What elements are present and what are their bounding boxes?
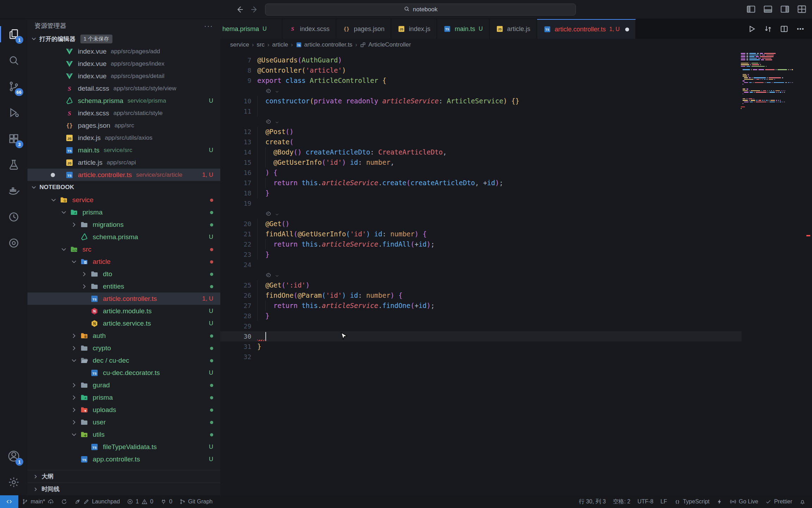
status-prettier[interactable]: Prettier bbox=[762, 495, 796, 508]
tree-item-user[interactable]: user bbox=[27, 416, 220, 428]
code-line-19[interactable]: 19 bbox=[220, 198, 742, 208]
open-editor-index.scss[interactable]: Sindex.scssapp/src/static/style bbox=[27, 107, 220, 119]
workspace-header[interactable]: NOTEBOOK bbox=[27, 181, 220, 194]
open-editors-header[interactable]: 打开的编辑器 1 个未保存 bbox=[27, 32, 220, 45]
code-editor[interactable]: 7@UseGuards(AuthGuard)8@Controller('arti… bbox=[220, 51, 742, 495]
tree-item-cu-dec.decorator.ts[interactable]: TScu-dec.decorator.tsU bbox=[27, 367, 220, 379]
tab-index.scss[interactable]: Sindex.scss bbox=[282, 19, 336, 39]
open-editor-index.vue[interactable]: index.vueapp/src/pages/add bbox=[27, 45, 220, 58]
tree-item-src[interactable]: </>src bbox=[27, 243, 220, 255]
code-lens-decoration[interactable] bbox=[220, 270, 742, 280]
tree-item-dec-cu-dec[interactable]: dec / cu-dec bbox=[27, 354, 220, 367]
code-line-32[interactable]: 32 bbox=[220, 352, 742, 362]
code-line-21[interactable]: 21findAll(@GetUserInfo('id') id: number)… bbox=[220, 229, 742, 239]
tree-item-article.service.ts[interactable]: Narticle.service.tsU bbox=[27, 317, 220, 329]
status-git-branch[interactable]: main* bbox=[18, 495, 57, 508]
status-language[interactable]: {}TypeScript bbox=[671, 495, 713, 508]
code-line-13[interactable]: 13create( bbox=[220, 137, 742, 147]
tree-item-uploads[interactable]: uploads bbox=[27, 404, 220, 416]
tab-article.controller.ts[interactable]: TSarticle.controller.ts1, U bbox=[537, 19, 636, 39]
activity-extensions[interactable]: 3 bbox=[0, 126, 27, 152]
breadcrumb-item[interactable]: article bbox=[272, 41, 288, 48]
tree-item-gurad[interactable]: gurad bbox=[27, 379, 220, 391]
code-line-8[interactable]: 8@Controller('article') bbox=[220, 65, 742, 75]
status-ports[interactable]: 0 bbox=[157, 495, 176, 508]
code-line-17[interactable]: 17return this.articleService.create(crea… bbox=[220, 178, 742, 188]
code-line-23[interactable]: 23} bbox=[220, 249, 742, 260]
code-line-16[interactable]: 16) { bbox=[220, 168, 742, 178]
tab-index.js[interactable]: JSindex.js bbox=[391, 19, 437, 39]
open-editor-article.controller.ts[interactable]: TSarticle.controller.tsservice/src/artic… bbox=[27, 169, 220, 181]
toggle-layout-button[interactable] bbox=[796, 4, 807, 14]
toggle-panel-left-button[interactable] bbox=[746, 4, 756, 14]
nav-forward-icon[interactable] bbox=[249, 4, 260, 15]
open-editor-main.ts[interactable]: TSmain.tsservice/srcU bbox=[27, 144, 220, 156]
more-button[interactable] bbox=[796, 24, 805, 34]
breadcrumb[interactable]: service›src›article›TSarticle.controller… bbox=[220, 39, 812, 51]
tree-item-service[interactable]: service bbox=[27, 194, 220, 206]
activity-history[interactable] bbox=[0, 204, 27, 230]
code-line-24[interactable]: 24 bbox=[220, 260, 742, 270]
tab-main.ts[interactable]: TSmain.tsU bbox=[437, 19, 490, 39]
tab-article.js[interactable]: JSarticle.js bbox=[490, 19, 537, 39]
code-line-26[interactable]: 26findOne(@Param('id') id: number) { bbox=[220, 290, 742, 301]
tree-item-entities[interactable]: entities bbox=[27, 280, 220, 292]
status-eol[interactable]: LF bbox=[657, 495, 671, 508]
activity-files[interactable]: 1 bbox=[0, 21, 27, 47]
status-zap[interactable] bbox=[713, 495, 726, 508]
tree-item-app.controller.ts[interactable]: TSapp.controller.tsU bbox=[27, 453, 220, 465]
activity-flask[interactable] bbox=[0, 152, 27, 178]
activity-account[interactable]: 1 bbox=[0, 443, 27, 469]
tree-item-auth[interactable]: auth bbox=[27, 329, 220, 342]
code-line-10[interactable]: 10constructor(private readonly articleSe… bbox=[220, 96, 742, 106]
tree-item-article[interactable]: article bbox=[27, 255, 220, 268]
tree-item-article.controller.ts[interactable]: TSarticle.controller.ts1, U bbox=[27, 292, 220, 305]
timeline-section[interactable]: 时间线 bbox=[27, 483, 220, 495]
code-line-25[interactable]: 25@Get(':id') bbox=[220, 280, 742, 290]
breadcrumb-item[interactable]: service bbox=[230, 41, 249, 48]
code-line-31[interactable]: 31} bbox=[220, 341, 742, 352]
status-encoding[interactable]: UTF-8 bbox=[634, 495, 657, 508]
code-lens-decoration[interactable] bbox=[220, 208, 742, 219]
code-line-28[interactable]: 28} bbox=[220, 311, 742, 321]
activity-run-debug[interactable] bbox=[0, 99, 27, 126]
status-notifications[interactable] bbox=[796, 495, 809, 508]
code-lens-decoration[interactable] bbox=[220, 86, 742, 96]
code-line-15[interactable]: 15@GetUserInfo('id') id: number, bbox=[220, 157, 742, 168]
command-center-search[interactable]: notebook bbox=[265, 4, 576, 16]
open-editor-detail.scss[interactable]: Sdetail.scssapp/src/static/style/view bbox=[27, 82, 220, 95]
tree-item-schema.prisma[interactable]: schema.prismaU bbox=[27, 231, 220, 243]
code-line-27[interactable]: 27return this.articleService.findOne(+id… bbox=[220, 301, 742, 311]
open-editor-index.js[interactable]: JSindex.jsapp/src/utils/axios bbox=[27, 132, 220, 144]
code-line-29[interactable]: 29 bbox=[220, 321, 742, 331]
code-line-11[interactable]: 11 bbox=[220, 106, 742, 116]
status-git-graph[interactable]: Git Graph bbox=[176, 495, 216, 508]
remote-indicator[interactable] bbox=[0, 495, 18, 508]
open-editor-schema.prisma[interactable]: schema.prismaservice/prismaU bbox=[27, 95, 220, 107]
split-editor-button[interactable] bbox=[780, 24, 789, 34]
activity-docker[interactable] bbox=[0, 178, 27, 204]
status-indentation[interactable]: 空格: 2 bbox=[609, 495, 634, 508]
nav-back-icon[interactable] bbox=[234, 4, 245, 15]
tree-item-crypto[interactable]: crypto bbox=[27, 342, 220, 354]
outline-section[interactable]: 大纲 bbox=[27, 470, 220, 483]
code-line-18[interactable]: 18} bbox=[220, 188, 742, 198]
open-editor-article.js[interactable]: JSarticle.jsapp/src/api bbox=[27, 156, 220, 169]
open-editor-index.vue[interactable]: index.vueapp/src/pages/index bbox=[27, 58, 220, 70]
breadcrumb-item[interactable]: TSarticle.controller.ts bbox=[296, 41, 352, 48]
activity-search[interactable] bbox=[0, 47, 27, 73]
tree-item-article.module.ts[interactable]: Narticle.module.tsU bbox=[27, 305, 220, 317]
open-editor-pages.json[interactable]: {}pages.jsonapp/src bbox=[27, 119, 220, 132]
tab-hema.prisma[interactable]: hema.prismaU bbox=[220, 19, 282, 39]
tree-item-utils[interactable]: utils bbox=[27, 428, 220, 441]
toggle-panel-bottom-button[interactable] bbox=[763, 4, 773, 14]
sidebar-more-icon[interactable]: ··· bbox=[204, 22, 213, 30]
status-launchpad[interactable]: Launchpad bbox=[71, 495, 123, 508]
play-button[interactable] bbox=[747, 24, 756, 34]
code-line-30[interactable]: 30 bbox=[220, 331, 742, 341]
tab-pages.json[interactable]: {}pages.json bbox=[336, 19, 391, 39]
code-line-22[interactable]: 22return this.articleService.findAll(+id… bbox=[220, 239, 742, 249]
breadcrumb-item[interactable]: src bbox=[257, 41, 265, 48]
code-line-9[interactable]: 9export class ArticleController { bbox=[220, 75, 742, 86]
code-line-7[interactable]: 7@UseGuards(AuthGuard) bbox=[220, 55, 742, 65]
